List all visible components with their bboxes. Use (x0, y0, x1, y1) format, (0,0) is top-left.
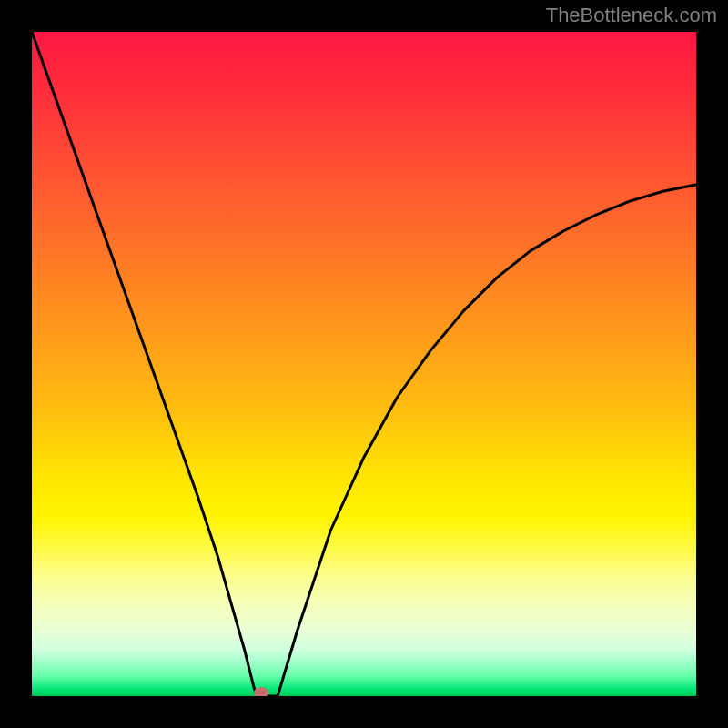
bottleneck-curve (32, 32, 696, 696)
curve-svg (32, 32, 696, 696)
minimum-marker (254, 687, 268, 696)
watermark-text: TheBottleneck.com (546, 4, 717, 27)
plot-area (32, 32, 696, 696)
